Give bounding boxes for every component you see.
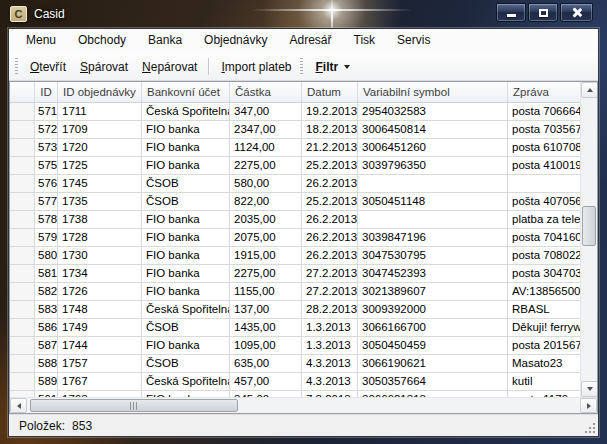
table-cell-amount[interactable]: 2075,00 <box>230 229 302 247</box>
table-cell-id[interactable]: 577 <box>35 193 58 211</box>
row-selector[interactable] <box>10 121 35 139</box>
table-cell-amount[interactable]: 1095,00 <box>230 337 302 355</box>
table-cell-date[interactable]: 26.2.2013 <box>302 175 358 193</box>
table-row[interactable]: 5711711Česká Spořitelna347,0019.2.201329… <box>10 103 580 121</box>
table-cell-amount[interactable]: 1155,00 <box>230 283 302 301</box>
scroll-down-button[interactable] <box>581 381 598 397</box>
table-cell-id[interactable]: 572 <box>35 121 58 139</box>
menu-item-objednavky[interactable]: Objednávky <box>195 29 276 53</box>
table-cell-order[interactable]: 1709 <box>58 121 142 139</box>
table-cell-amount[interactable]: 2035,00 <box>230 211 302 229</box>
table-cell-msg[interactable] <box>508 175 580 193</box>
table-cell-order[interactable]: 1730 <box>58 247 142 265</box>
table-cell-id[interactable]: 583 <box>35 301 58 319</box>
table-cell-id[interactable]: 571 <box>35 103 58 121</box>
table-cell-date[interactable]: 1.3.2013 <box>302 319 358 337</box>
table-cell-msg[interactable]: pošta 4070566 <box>508 193 580 211</box>
table-cell-bank[interactable]: FIO banka <box>142 139 230 157</box>
table-cell-bank[interactable]: Česká Spořitelna <box>142 103 230 121</box>
table-cell-msg[interactable]: AV:138565001 <box>508 283 580 301</box>
table-cell-bank[interactable]: FIO banka <box>142 211 230 229</box>
table-cell-vs[interactable]: 3066166700 <box>358 319 508 337</box>
row-selector[interactable] <box>10 265 35 283</box>
table-cell-amount[interactable]: 2275,00 <box>230 157 302 175</box>
table-row[interactable]: 5821726FIO banka1155,0027.2.201330213896… <box>10 283 580 301</box>
table-cell-vs[interactable]: 3050451148 <box>358 193 508 211</box>
table-cell-vs[interactable] <box>358 211 508 229</box>
table-row[interactable]: 5881757ČSOB635,004.3.20133066190621Masat… <box>10 355 580 373</box>
table-row[interactable]: 5771735ČSOB822,0025.2.20133050451148pošt… <box>10 193 580 211</box>
scroll-left-button[interactable] <box>10 398 27 413</box>
table-row[interactable]: 5791728FIO banka2075,0026.2.201330398471… <box>10 229 580 247</box>
table-row[interactable]: 5801730FIO banka1915,0026.2.201330475307… <box>10 247 580 265</box>
table-cell-msg[interactable]: posta 7035672 <box>508 121 580 139</box>
table-row[interactable]: 5721709FIO banka2347,0018.2.201330064508… <box>10 121 580 139</box>
sparovat-button[interactable]: Spárovat <box>73 57 135 77</box>
column-header-id-objednavky[interactable]: ID objednávky <box>58 82 142 102</box>
table-cell-id[interactable]: 581 <box>35 265 58 283</box>
table-cell-amount[interactable]: 457,00 <box>230 373 302 391</box>
table-cell-amount[interactable]: 580,00 <box>230 175 302 193</box>
column-header-variabilni-symbol[interactable]: Variabilní symbol <box>358 82 508 102</box>
table-cell-vs[interactable]: 3009392000 <box>358 301 508 319</box>
table-cell-order[interactable]: 1734 <box>58 265 142 283</box>
row-selector[interactable] <box>10 139 35 157</box>
table-cell-bank[interactable]: ČSOB <box>142 175 230 193</box>
row-selector[interactable] <box>10 301 35 319</box>
table-cell-bank[interactable]: ČSOB <box>142 193 230 211</box>
row-selector[interactable] <box>10 247 35 265</box>
table-cell-bank[interactable]: FIO banka <box>142 121 230 139</box>
table-cell-bank[interactable]: Česká Spořitelna <box>142 373 230 391</box>
table-cell-bank[interactable]: FIO banka <box>142 283 230 301</box>
maximize-button[interactable] <box>528 3 558 22</box>
table-cell-amount[interactable]: 347,00 <box>230 103 302 121</box>
filtr-button[interactable]: Filtr <box>308 57 357 77</box>
minimize-button[interactable] <box>496 3 526 22</box>
row-selector[interactable] <box>10 373 35 391</box>
table-cell-order[interactable]: 1725 <box>58 157 142 175</box>
row-selector[interactable] <box>10 337 35 355</box>
table-cell-order[interactable]: 1745 <box>58 175 142 193</box>
menu-item-banka[interactable]: Banka <box>139 29 191 53</box>
table-cell-msg[interactable]: posta 7041601 <box>508 229 580 247</box>
table-cell-id[interactable]: 586 <box>35 319 58 337</box>
menu-item-servis[interactable]: Servis <box>388 29 439 53</box>
table-cell-date[interactable]: 26.2.2013 <box>302 247 358 265</box>
menu-item-adresar[interactable]: Adresář <box>280 29 340 53</box>
table-cell-vs[interactable]: 3047530795 <box>358 247 508 265</box>
table-cell-vs[interactable]: 3050357664 <box>358 373 508 391</box>
table-cell-amount[interactable]: 1915,00 <box>230 247 302 265</box>
table-cell-id[interactable]: 588 <box>35 355 58 373</box>
app-icon[interactable]: C <box>10 6 27 22</box>
table-cell-bank[interactable]: FIO banka <box>142 337 230 355</box>
table-cell-id[interactable]: 578 <box>35 211 58 229</box>
row-selector[interactable] <box>10 319 35 337</box>
table-cell-date[interactable]: 25.2.2013 <box>302 157 358 175</box>
table-cell-msg[interactable]: Masato23 <box>508 355 580 373</box>
table-cell-msg[interactable]: posta 7080222 <box>508 247 580 265</box>
table-cell-vs[interactable]: 3021389607 <box>358 283 508 301</box>
resize-grip-icon[interactable] <box>585 423 595 433</box>
import-plateb-button[interactable]: Import plateb <box>214 57 298 77</box>
vertical-scrollbar[interactable] <box>580 82 597 397</box>
row-selector[interactable] <box>10 283 35 301</box>
table-cell-order[interactable]: 1749 <box>58 319 142 337</box>
table-cell-msg[interactable]: posta 2015672 <box>508 337 580 355</box>
table-row[interactable]: 5871744FIO banka1095,001.3.2013305045045… <box>10 337 580 355</box>
table-row[interactable]: 5891767Česká Spořitelna457,004.3.2013305… <box>10 373 580 391</box>
table-cell-bank[interactable]: FIO banka <box>142 157 230 175</box>
table-cell-date[interactable]: 4.3.2013 <box>302 355 358 373</box>
row-selector[interactable] <box>10 157 35 175</box>
table-row[interactable]: 5731720FIO banka1124,0021.2.201330064512… <box>10 139 580 157</box>
row-selector[interactable] <box>10 103 35 121</box>
table-cell-order[interactable]: 1757 <box>58 355 142 373</box>
table-cell-id[interactable]: 580 <box>35 247 58 265</box>
toolbar-grip-icon[interactable] <box>300 58 303 76</box>
table-cell-bank[interactable]: ČSOB <box>142 319 230 337</box>
table-cell-order[interactable]: 1744 <box>58 337 142 355</box>
table-cell-amount[interactable]: 1435,00 <box>230 319 302 337</box>
table-cell-vs[interactable]: 3006450814 <box>358 121 508 139</box>
table-cell-bank[interactable]: ČSOB <box>142 355 230 373</box>
table-cell-vs[interactable]: 3066190621 <box>358 355 508 373</box>
table-cell-vs[interactable]: 3039847196 <box>358 229 508 247</box>
